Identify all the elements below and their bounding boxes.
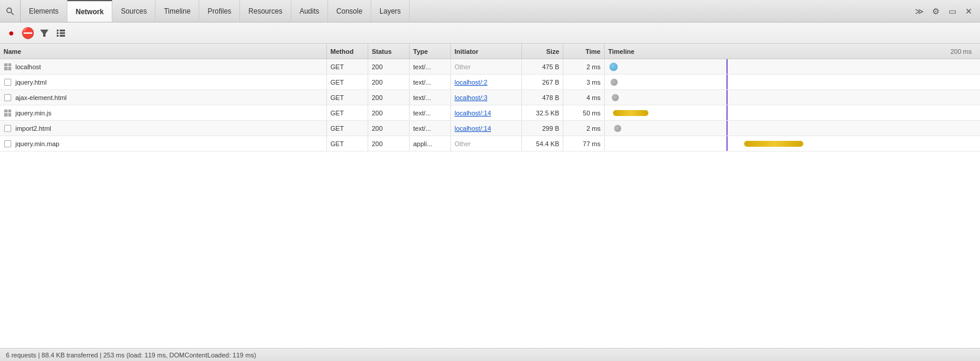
svg-marker-2: [40, 30, 48, 37]
col-header-size[interactable]: Size: [522, 44, 563, 59]
col-header-method[interactable]: Method: [327, 44, 368, 59]
list-view-button[interactable]: [54, 27, 67, 40]
cell-initiator: Other: [451, 59, 522, 74]
table-row[interactable]: localhost GET 200 text/... Other 475 B 2…: [0, 59, 980, 75]
svg-rect-3: [57, 30, 59, 31]
cell-size: 299 B: [522, 121, 563, 136]
close-button[interactable]: ✕: [962, 5, 975, 18]
col-header-name[interactable]: Name: [0, 44, 327, 59]
cell-method: GET: [327, 59, 368, 74]
col-header-initiator[interactable]: Initiator: [451, 44, 522, 59]
cell-type: text/...: [410, 105, 451, 120]
cell-name: ajax-element.html: [0, 90, 327, 105]
filter-icon: [40, 28, 49, 38]
cell-timeline: [605, 75, 980, 89]
cell-type: appli...: [410, 136, 451, 151]
cell-size: 478 B: [522, 90, 563, 105]
cell-timeline: [605, 121, 980, 136]
cell-initiator[interactable]: localhost/:2: [451, 75, 522, 89]
cell-time: 3 ms: [563, 75, 605, 89]
filter-button[interactable]: [38, 27, 51, 40]
network-table-container: Name Method Status Type Initiator Size T…: [0, 44, 980, 348]
cell-size: 475 B: [522, 59, 563, 74]
cell-timeline: [605, 136, 980, 151]
timeline-ms-label: 200 ms: [950, 48, 976, 55]
table-row[interactable]: jquery.min.js GET 200 text/... localhost…: [0, 105, 980, 121]
col-header-timeline[interactable]: Timeline 200 ms: [605, 44, 980, 59]
cell-name: localhost: [0, 59, 327, 74]
svg-point-0: [7, 8, 12, 12]
cell-type: text/...: [410, 75, 451, 89]
cell-name: jquery.min.js: [0, 105, 327, 120]
file-icon: [4, 109, 12, 117]
cell-time: 2 ms: [563, 121, 605, 136]
tab-console[interactable]: Console: [328, 0, 371, 22]
svg-rect-4: [57, 32, 59, 34]
col-header-time[interactable]: Time: [563, 44, 605, 59]
tab-resources[interactable]: Resources: [240, 0, 291, 22]
clear-button[interactable]: ⛔: [21, 27, 34, 40]
table-row[interactable]: import2.html GET 200 text/... localhost/…: [0, 121, 980, 136]
cell-name: jquery.html: [0, 75, 327, 89]
cell-timeline: [605, 105, 980, 120]
cell-type: text/...: [410, 121, 451, 136]
cell-status: 200: [368, 136, 410, 151]
cell-time: 2 ms: [563, 59, 605, 74]
cell-method: GET: [327, 90, 368, 105]
tab-network[interactable]: Network: [67, 0, 112, 22]
col-header-status[interactable]: Status: [368, 44, 410, 59]
tab-sources[interactable]: Sources: [112, 0, 155, 22]
svg-line-1: [11, 12, 14, 15]
file-icon: [4, 78, 12, 86]
status-bar: 6 requests | 88.4 KB transferred | 253 m…: [0, 348, 980, 361]
table-row[interactable]: jquery.min.map GET 200 appli... Other 54…: [0, 136, 980, 152]
dock-button[interactable]: ▭: [946, 5, 959, 18]
cell-method: GET: [327, 121, 368, 136]
toolbar-right-buttons: ≫ ⚙ ▭ ✕: [908, 0, 980, 22]
cell-status: 200: [368, 121, 410, 136]
cell-status: 200: [368, 105, 410, 120]
file-icon: [4, 94, 12, 102]
toolbar: Elements Network Sources Timeline Profil…: [0, 0, 980, 22]
cell-size: 54.4 KB: [522, 136, 563, 151]
file-icon: [4, 140, 12, 148]
cell-size: 267 B: [522, 75, 563, 89]
cell-status: 200: [368, 90, 410, 105]
cell-status: 200: [368, 75, 410, 89]
tab-elements[interactable]: Elements: [21, 0, 67, 22]
table-row[interactable]: ajax-element.html GET 200 text/... local…: [0, 90, 980, 105]
cell-initiator[interactable]: localhost/:14: [451, 121, 522, 136]
record-button[interactable]: ●: [5, 27, 18, 40]
cell-type: text/...: [410, 59, 451, 74]
list-icon: [56, 28, 66, 38]
cell-size: 32.5 KB: [522, 105, 563, 120]
tab-timeline[interactable]: Timeline: [155, 0, 199, 22]
svg-rect-6: [60, 30, 65, 31]
search-button[interactable]: [0, 0, 21, 22]
cell-name: import2.html: [0, 121, 327, 136]
cell-method: GET: [327, 75, 368, 89]
table-header: Name Method Status Type Initiator Size T…: [0, 44, 980, 59]
tab-profiles[interactable]: Profiles: [199, 0, 240, 22]
svg-rect-5: [57, 35, 59, 37]
cell-initiator[interactable]: localhost/:14: [451, 105, 522, 120]
cell-timeline: [605, 90, 980, 105]
cell-time: 77 ms: [563, 136, 605, 151]
cell-initiator[interactable]: localhost/:3: [451, 90, 522, 105]
execute-script-button[interactable]: ≫: [913, 5, 926, 18]
cell-name: jquery.min.map: [0, 136, 327, 151]
table-body: localhost GET 200 text/... Other 475 B 2…: [0, 59, 980, 348]
tab-list: Elements Network Sources Timeline Profil…: [21, 0, 908, 22]
file-icon: [4, 63, 12, 71]
table-row[interactable]: jquery.html GET 200 text/... localhost/:…: [0, 75, 980, 90]
cell-method: GET: [327, 136, 368, 151]
sub-toolbar: ● ⛔: [0, 22, 980, 44]
cell-method: GET: [327, 105, 368, 120]
cell-type: text/...: [410, 90, 451, 105]
cell-time: 50 ms: [563, 105, 605, 120]
tab-layers[interactable]: Layers: [371, 0, 410, 22]
cell-timeline: [605, 59, 980, 74]
col-header-type[interactable]: Type: [410, 44, 451, 59]
settings-button[interactable]: ⚙: [929, 5, 942, 18]
tab-audits[interactable]: Audits: [291, 0, 328, 22]
